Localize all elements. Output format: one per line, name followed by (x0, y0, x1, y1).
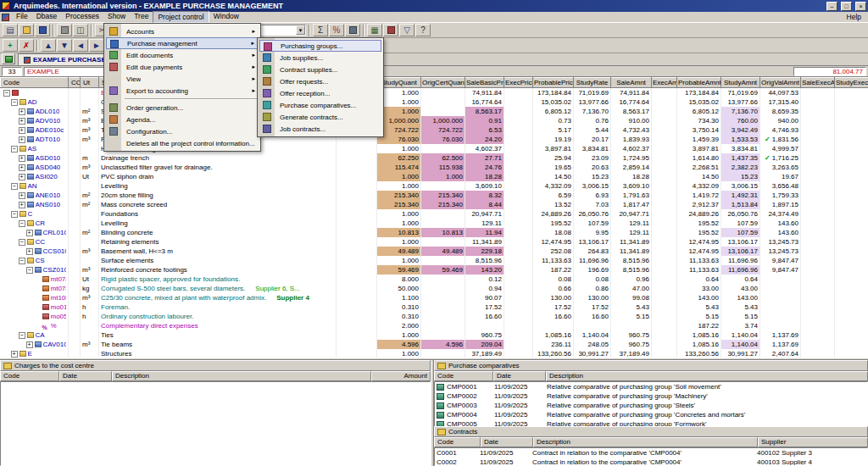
comparative-row-cmp0003[interactable]: CMP000311/09/2025Relative comparative of… (435, 401, 867, 410)
unit-cell[interactable]: m² (81, 200, 99, 209)
collapse-icon[interactable]: − (11, 146, 18, 153)
value-cell[interactable] (801, 153, 835, 163)
tree-cell[interactable]: +ADL010 (1, 107, 69, 116)
value-cell[interactable] (801, 256, 835, 265)
value-cell[interactable]: 24,889.26 (677, 209, 721, 219)
collapse-icon[interactable]: − (19, 258, 25, 264)
value-cell[interactable] (652, 107, 677, 116)
cc-cell[interactable] (69, 302, 81, 312)
value-cell[interactable] (421, 349, 465, 358)
value-cell[interactable]: 6.53 (465, 125, 504, 135)
menu-project-control[interactable]: Project control (153, 11, 209, 23)
chart-icon[interactable] (383, 24, 398, 36)
grid-row-cr[interactable]: −CRLevelling1.000129.11195.52107.59129.1… (1, 219, 868, 228)
value-cell[interactable] (652, 144, 677, 153)
grid-row-mt07aco020a[interactable]: mt07aco020aUtRigid plastic spacer, appro… (1, 275, 868, 284)
value-cell[interactable] (652, 256, 677, 265)
menu-item-configuration[interactable]: Configuration... (106, 125, 259, 137)
value-cell[interactable] (337, 172, 377, 181)
contract-row-c0001[interactable]: C000111/09/2025Contract in relation to t… (435, 448, 867, 458)
value-cell[interactable] (504, 88, 533, 98)
cc-cell[interactable] (69, 200, 81, 209)
value-cell[interactable]: 1,614.80 (677, 153, 721, 163)
value-cell[interactable]: 43.00 (721, 284, 760, 293)
value-cell[interactable] (652, 191, 677, 200)
value-cell[interactable]: 5.43 (611, 302, 652, 312)
value-cell[interactable] (801, 97, 835, 107)
cc-cell[interactable] (69, 116, 81, 125)
value-cell[interactable] (504, 275, 533, 284)
value-cell[interactable]: 196.69 (574, 265, 611, 275)
value-cell[interactable] (652, 172, 677, 181)
value-cell[interactable]: 724.722 (421, 125, 465, 135)
value-cell[interactable] (835, 153, 868, 163)
menu-item-purchase-management[interactable]: Purchase management▸ (106, 37, 259, 49)
value-cell[interactable] (801, 172, 835, 181)
value-cell[interactable]: 11,696.96 (721, 265, 760, 275)
value-cell[interactable]: 1.000 (377, 172, 421, 181)
value-cell[interactable] (801, 247, 835, 256)
value-cell[interactable]: 1,085.16 (677, 340, 721, 349)
cc-cell[interactable] (69, 284, 81, 293)
value-cell[interactable]: 8,515.96 (611, 265, 652, 275)
value-cell[interactable]: 1,724.95 (611, 153, 652, 163)
value-cell[interactable] (801, 219, 835, 228)
value-cell[interactable]: 5.17 (533, 125, 574, 135)
value-cell[interactable] (801, 125, 835, 135)
value-cell[interactable]: 11,341.89 (611, 237, 652, 247)
value-cell[interactable]: 3,006.15 (574, 181, 611, 191)
expand-icon[interactable]: + (11, 351, 18, 358)
tree-cell[interactable]: % (1, 321, 69, 330)
combo-dropdown-icon[interactable]: ▼ (296, 25, 305, 35)
value-cell[interactable]: 760.00 (721, 116, 760, 125)
value-cell[interactable]: 13,106.17 (721, 237, 760, 247)
value-cell[interactable] (504, 116, 533, 125)
value-cell[interactable] (801, 265, 835, 275)
value-cell[interactable] (504, 135, 533, 144)
value-cell[interactable]: 17,315.40 (760, 97, 801, 107)
value-cell[interactable]: 0.73 (533, 116, 574, 125)
column-header-ut[interactable]: Ut (81, 78, 99, 88)
value-cell[interactable]: 59.469 (421, 265, 465, 275)
unit-cell[interactable] (81, 256, 99, 265)
panel-column-code[interactable]: Code (434, 371, 493, 381)
grid-row-mo052[interactable]: mo052hOrdinary construction labourer.0.3… (1, 312, 868, 321)
value-cell[interactable]: 1.000 (377, 330, 421, 340)
value-cell[interactable] (652, 284, 677, 293)
value-cell[interactable]: 960.75 (465, 330, 504, 340)
value-cell[interactable]: 20.63 (574, 163, 611, 172)
submenu-item-offer-reception[interactable]: Offer reception... (259, 87, 381, 99)
grid-row-e[interactable]: +EStructures1.00037,189.49133,260.5630,9… (1, 349, 868, 358)
value-cell[interactable]: 11,133.63 (677, 256, 721, 265)
value-cell[interactable]: 1,140.04 (574, 330, 611, 340)
value-cell[interactable]: 24,889.26 (533, 209, 574, 219)
panel-column-description[interactable]: Description (112, 371, 371, 381)
summary-cell[interactable]: PVC siphon drain (99, 172, 337, 181)
value-cell[interactable]: 15.23 (721, 172, 760, 181)
value-cell[interactable] (835, 330, 868, 340)
value-cell[interactable]: 1.000 (377, 256, 421, 265)
value-cell[interactable]: 8,515.96 (611, 256, 652, 265)
value-cell[interactable]: 15.23 (574, 172, 611, 181)
tree-toggle-button[interactable] (2, 53, 15, 64)
collapse-icon[interactable]: − (11, 99, 18, 106)
value-cell[interactable]: 11,696.96 (574, 256, 611, 265)
charges-body[interactable] (0, 381, 431, 466)
value-cell[interactable]: 3,609.10 (465, 181, 504, 191)
value-cell[interactable]: 20,947.71 (465, 209, 504, 219)
value-cell[interactable]: 0.96 (611, 275, 652, 284)
cc-cell[interactable] (69, 265, 81, 275)
tree-cell[interactable]: +CCS010 (1, 247, 69, 256)
column-header-studyamnt[interactable]: StudyAmnt (721, 78, 760, 88)
value-cell[interactable] (801, 200, 835, 209)
value-cell[interactable] (835, 125, 868, 135)
unit-cell[interactable] (81, 88, 99, 98)
collapse-icon[interactable]: − (3, 90, 10, 97)
menu-item-edit-due-payments[interactable]: Edit due payments▸ (106, 61, 259, 73)
comparative-row-cmp0002[interactable]: CMP000211/09/2025Relative comparative of… (435, 391, 867, 401)
value-cell[interactable]: 19.19 (533, 135, 574, 144)
value-cell[interactable]: 4,602.37 (465, 144, 504, 153)
value-cell[interactable]: 71,019.69 (574, 88, 611, 98)
value-cell[interactable]: 13,245.73 (760, 237, 801, 247)
menu-item-agenda[interactable]: Agenda... (106, 114, 259, 125)
